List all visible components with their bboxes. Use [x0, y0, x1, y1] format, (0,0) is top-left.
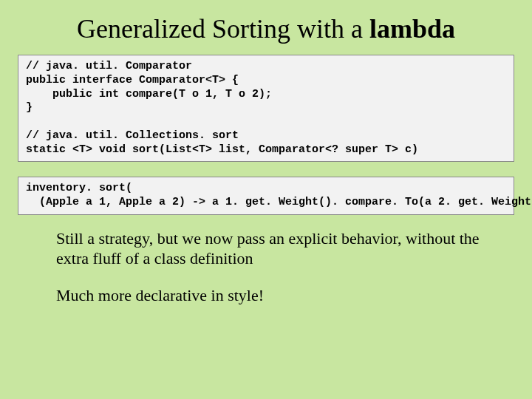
- body-paragraph-1: Still a strategy, but we now pass an exp…: [56, 228, 485, 269]
- title-text-plain: Generalized Sorting with a: [77, 14, 369, 44]
- body-paragraph-2: Much more declarative in style!: [56, 285, 485, 306]
- spacer: [18, 169, 514, 177]
- code-block-lambda: inventory. sort( (Apple a 1, Apple a 2) …: [18, 177, 514, 215]
- slide-title: Generalized Sorting with a lambda: [18, 13, 514, 44]
- code-block-interfaces: // java. util. Comparator public interfa…: [18, 55, 514, 162]
- title-text-bold: lambda: [369, 14, 455, 44]
- slide: Generalized Sorting with a lambda // jav…: [0, 0, 532, 399]
